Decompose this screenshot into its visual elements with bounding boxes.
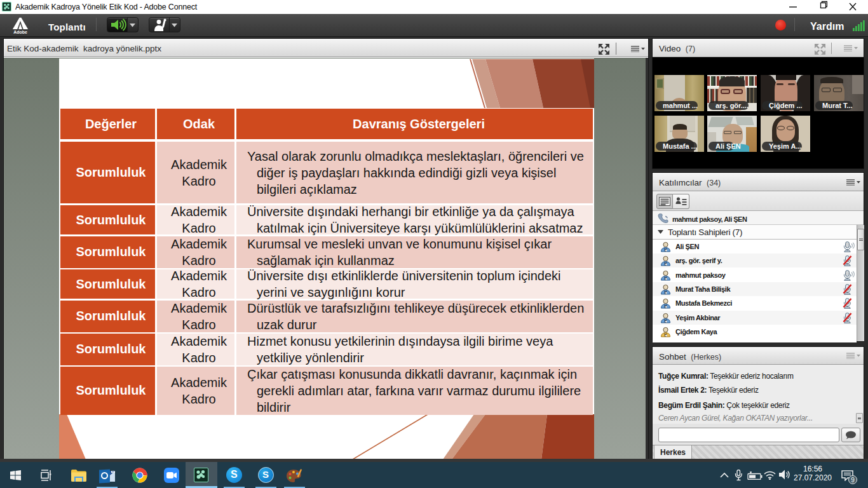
svg-text:Adobe: Adobe [13,30,27,34]
